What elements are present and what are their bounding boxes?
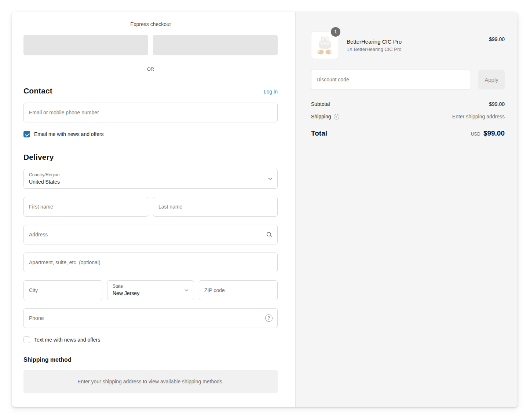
quantity-badge: 1 <box>331 27 340 37</box>
or-divider: OR <box>23 66 278 72</box>
newsletter-checkbox[interactable] <box>23 131 30 137</box>
sms-label: Text me with news and offers <box>34 337 100 343</box>
sms-checkbox[interactable] <box>23 336 30 343</box>
chevron-down-icon <box>184 288 189 293</box>
subtotal-label: Subtotal <box>311 101 330 107</box>
contact-heading: Contact <box>23 86 52 95</box>
product-variant: 1X BetterHearing CIC Pro <box>347 47 485 52</box>
login-link[interactable]: Log in <box>264 89 278 95</box>
last-name-field[interactable] <box>153 197 278 217</box>
contact-section-header: Contact Log in <box>23 86 278 95</box>
country-select[interactable]: Country/Region United States <box>23 169 278 189</box>
total-row: Total USD $99.00 <box>311 129 505 137</box>
country-select-value: United States <box>29 178 264 185</box>
total-value: $99.00 <box>483 129 505 137</box>
chevron-down-icon <box>268 177 273 181</box>
shipping-method-notice: Enter your shipping address to view avai… <box>23 370 278 393</box>
state-select[interactable]: State New Jersey <box>107 280 194 300</box>
product-thumbnail-wrap: 1 <box>311 31 339 59</box>
shipping-method-heading: Shipping method <box>23 357 278 363</box>
email-field[interactable] <box>23 103 278 122</box>
discount-row: Apply <box>311 70 505 89</box>
shipping-row: Shipping ? Enter shipping address <box>311 114 505 119</box>
delivery-heading: Delivery <box>23 153 278 162</box>
state-select-value: New Jersey <box>113 290 180 297</box>
apartment-field[interactable] <box>23 253 278 272</box>
newsletter-checkbox-row[interactable]: Email me with news and offers <box>23 131 278 137</box>
search-icon <box>266 231 273 238</box>
newsletter-label: Email me with news and offers <box>34 131 104 137</box>
product-name: BetterHearing CIC Pro <box>347 38 485 45</box>
state-select-label: State <box>113 284 180 289</box>
apply-discount-button[interactable]: Apply <box>478 70 505 89</box>
phone-help-icon[interactable]: ? <box>265 314 273 322</box>
first-name-field[interactable] <box>23 197 148 217</box>
name-row <box>23 197 278 217</box>
cart-line-item: 1 BetterHearing CIC Pro 1X BetterHearing… <box>311 31 505 59</box>
checkout-page: Express checkout OR Contact Log in Email… <box>12 12 518 407</box>
country-select-label: Country/Region <box>29 172 264 177</box>
order-summary-column: 1 BetterHearing CIC Pro 1X BetterHearing… <box>295 12 518 407</box>
total-label: Total <box>311 129 327 137</box>
express-pay-button-1[interactable] <box>23 35 148 55</box>
product-info: BetterHearing CIC Pro 1X BetterHearing C… <box>347 38 485 52</box>
phone-field[interactable] <box>23 308 278 328</box>
express-checkout-buttons <box>23 35 278 55</box>
address-field[interactable] <box>23 225 278 244</box>
or-label: OR <box>140 66 162 72</box>
shipping-value: Enter shipping address <box>452 114 505 119</box>
checkout-form-column: Express checkout OR Contact Log in Email… <box>12 12 295 407</box>
address-field-wrap <box>23 225 278 244</box>
product-price: $99.00 <box>489 36 505 42</box>
currency-code: USD <box>471 132 480 137</box>
sms-checkbox-row[interactable]: Text me with news and offers <box>23 336 278 343</box>
city-field[interactable] <box>23 280 102 300</box>
zip-code-field[interactable] <box>199 280 278 300</box>
shipping-label: Shipping <box>311 114 331 119</box>
hearing-aid-illustration <box>314 34 336 56</box>
subtotal-value: $99.00 <box>489 101 505 107</box>
discount-code-input[interactable] <box>311 70 471 89</box>
subtotal-row: Subtotal $99.00 <box>311 101 505 107</box>
phone-field-wrap: ? <box>23 308 278 328</box>
city-state-zip-row: State New Jersey <box>23 280 278 300</box>
express-pay-button-2[interactable] <box>153 35 278 55</box>
shipping-help-icon[interactable]: ? <box>334 114 339 119</box>
express-checkout-title: Express checkout <box>23 20 278 27</box>
